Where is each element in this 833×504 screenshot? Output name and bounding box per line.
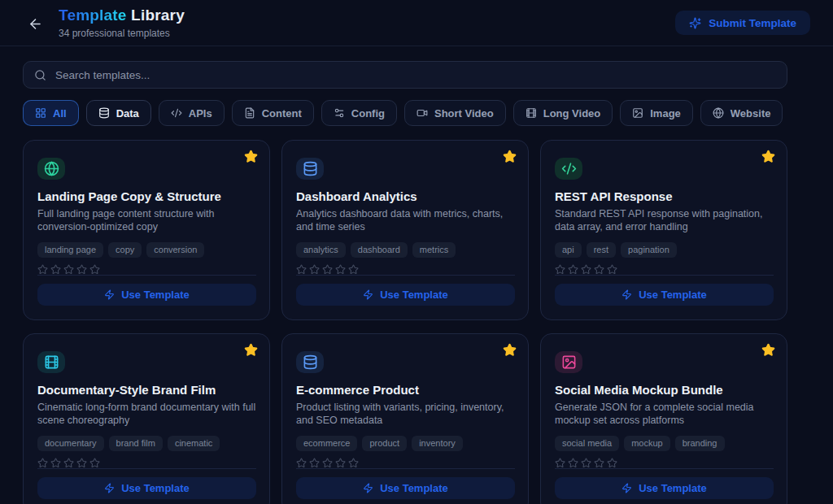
image-icon (561, 354, 577, 370)
settings-icon (334, 107, 345, 119)
template-title: Dashboard Analytics (296, 190, 515, 204)
rating-star-icon (581, 458, 591, 468)
template-tag: landing page (37, 242, 103, 258)
template-tag: metrics (412, 242, 456, 258)
rating-star-icon (348, 264, 359, 275)
template-title: REST API Response (555, 190, 774, 204)
template-tags: apirestpagination (555, 242, 774, 258)
rating-star-icon (568, 458, 578, 468)
rating-star-icon (555, 458, 565, 468)
template-tag: documentary (37, 436, 104, 451)
globe-icon (44, 161, 59, 176)
favorite-button[interactable] (761, 343, 775, 357)
use-template-button[interactable]: Use Template (555, 284, 774, 306)
template-title: Landing Page Copy & Structure (37, 190, 256, 204)
submit-template-button[interactable]: Submit Template (675, 11, 810, 35)
back-button[interactable] (24, 13, 46, 34)
template-tag: branding (675, 436, 725, 451)
rating-star-icon (37, 264, 48, 275)
template-tag: ecommerce (296, 436, 357, 451)
database-icon (303, 161, 318, 176)
template-card[interactable]: Documentary-Style Brand Film Cinematic l… (23, 333, 270, 504)
template-card[interactable]: E-commerce Product Product listing with … (281, 333, 529, 504)
rating-star-icon (594, 458, 604, 468)
card-divider (555, 468, 774, 469)
search-box (23, 61, 787, 89)
use-template-button[interactable]: Use Template (296, 284, 515, 306)
favorite-button[interactable] (244, 343, 258, 357)
filter-tab-label: Content (262, 107, 302, 119)
filter-tab-short-video[interactable]: Short Video (404, 100, 506, 126)
submit-template-label: Submit Template (709, 17, 796, 29)
zap-icon (104, 483, 115, 493)
rating-star-icon (89, 458, 100, 468)
database-icon (303, 354, 318, 370)
film-icon (44, 354, 59, 370)
filter-tab-label: Data (116, 107, 139, 119)
filter-tab-config[interactable]: Config (321, 100, 397, 126)
page-title: Template Library (59, 7, 185, 25)
star-icon (244, 343, 258, 357)
favorite-button[interactable] (503, 343, 517, 357)
template-description: Standard REST API response with paginati… (555, 208, 774, 233)
favorite-button[interactable] (503, 150, 517, 163)
use-template-button[interactable]: Use Template (37, 284, 256, 306)
rating-star-icon (63, 264, 74, 275)
rating-star-icon (322, 264, 333, 275)
template-card[interactable]: Social Media Mockup Bundle Generate JSON… (540, 333, 787, 504)
zap-icon (363, 289, 373, 300)
rating-stars (37, 264, 256, 275)
database-icon (98, 107, 110, 119)
rating-star-icon (296, 458, 307, 468)
template-icon-tile (296, 351, 324, 373)
template-tags: analyticsdashboardmetrics (296, 242, 515, 258)
rating-stars (296, 458, 515, 468)
grid-icon (35, 107, 46, 119)
template-tag: conversion (146, 242, 204, 258)
rating-star-icon (89, 264, 100, 275)
filter-tab-content[interactable]: Content (232, 100, 314, 126)
rating-stars (296, 264, 515, 275)
template-tag: pagination (621, 242, 677, 258)
template-tags: landing pagecopyconversion (37, 242, 256, 258)
filter-tab-data[interactable]: Data (86, 100, 151, 126)
filter-tab-label: Website (731, 107, 771, 119)
page-subtitle: 34 professional templates (59, 28, 185, 39)
document-icon (244, 107, 255, 119)
use-template-label: Use Template (121, 482, 190, 494)
template-card[interactable]: Landing Page Copy & Structure Full landi… (23, 140, 270, 320)
favorite-button[interactable] (244, 150, 258, 163)
rating-stars (37, 458, 256, 468)
globe-icon (713, 107, 724, 119)
filter-tabs: All Data APIs Content Config Short Video… (0, 89, 833, 126)
rating-star-icon (296, 264, 307, 275)
page-title-rest: Library (131, 7, 185, 24)
template-tag: brand film (109, 436, 163, 451)
rating-stars (555, 264, 774, 275)
search-input[interactable] (55, 69, 776, 81)
rating-star-icon (607, 264, 617, 275)
template-tag: dashboard (351, 242, 408, 258)
rating-star-icon (50, 264, 61, 275)
template-description: Full landing page content structure with… (37, 208, 256, 233)
rating-stars (555, 458, 774, 468)
rating-star-icon (348, 458, 359, 468)
use-template-label: Use Template (380, 289, 448, 301)
rating-star-icon (322, 458, 333, 468)
filter-tab-long-video[interactable]: Long Video (513, 100, 613, 126)
template-description: Analytics dashboard data with metrics, c… (296, 208, 515, 233)
filter-tab-image[interactable]: Image (620, 100, 693, 126)
filter-tab-all[interactable]: All (23, 100, 79, 126)
favorite-button[interactable] (761, 150, 775, 163)
template-card[interactable]: REST API Response Standard REST API resp… (540, 140, 787, 320)
use-template-button[interactable]: Use Template (555, 477, 774, 499)
filter-tab-website[interactable]: Website (700, 100, 783, 126)
template-tag: analytics (296, 242, 346, 258)
filter-tab-apis[interactable]: APIs (159, 100, 225, 126)
use-template-button[interactable]: Use Template (296, 477, 515, 499)
card-divider (296, 275, 515, 276)
template-card[interactable]: Dashboard Analytics Analytics dashboard … (281, 140, 529, 320)
use-template-button[interactable]: Use Template (37, 477, 256, 499)
rating-star-icon (309, 264, 320, 275)
rating-star-icon (335, 458, 346, 468)
